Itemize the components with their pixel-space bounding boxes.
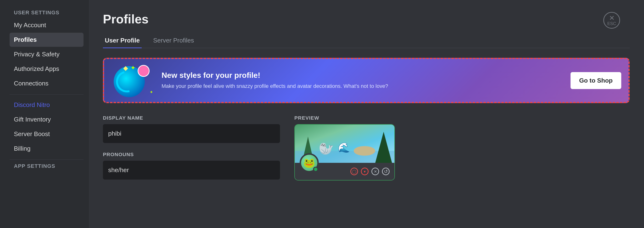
pronouns-group: PRONOUNS [103, 152, 280, 180]
profile-tabs: User Profile Server Profiles [103, 33, 630, 48]
preview-section: PREVIEW 🦭 🌊 🐸 [294, 115, 395, 181]
preview-card: 🦭 🌊 🐸 [294, 124, 395, 181]
close-x-icon: ✕ [609, 15, 614, 21]
sidebar-item-gift-inventory[interactable]: Gift Inventory [10, 113, 84, 126]
display-name-group: DISPLAY NAME [103, 115, 280, 143]
sidebar-item-authorized-apps[interactable]: Authorized Apps [10, 62, 84, 76]
banner-tree-right [375, 132, 392, 163]
promo-title: New styles for your profile! [162, 71, 563, 80]
tab-server-profiles[interactable]: Server Profiles [151, 33, 196, 48]
preview-icons-row: ◯ ▾ ✕ ↺ [350, 168, 390, 175]
preview-icon-2: ▾ [361, 168, 368, 175]
banner-character-2: 🌊 [338, 142, 350, 153]
sidebar: USER SETTINGS My Account Profiles Privac… [0, 0, 88, 228]
preview-icon-4: ↺ [382, 168, 390, 175]
avatar-status-dot [313, 167, 318, 172]
promo-description: Make your profile feel alive with snazzy… [162, 82, 563, 90]
pronouns-label: PRONOUNS [103, 152, 280, 157]
display-name-label: DISPLAY NAME [103, 115, 280, 121]
display-name-input[interactable] [103, 124, 280, 143]
preview-body: 🐸 ◯ ▾ [295, 163, 394, 180]
tab-user-profile[interactable]: User Profile [103, 33, 142, 48]
ring-icon: ◯ [352, 169, 356, 174]
sparkle-2: ✦ [150, 90, 153, 95]
main-content: Profiles User Profile Server Profiles ✦ … [88, 0, 644, 228]
app-settings-section-label: APP SETTINGS [10, 163, 84, 169]
close-esc-label: ESC [607, 21, 616, 26]
sidebar-item-privacy-safety[interactable]: Privacy & Safety [10, 47, 84, 61]
pronouns-input[interactable] [103, 161, 280, 180]
sidebar-item-server-boost[interactable]: Server Boost [10, 127, 84, 141]
preview-icon-1: ◯ [350, 168, 358, 175]
preview-avatar-wrap: 🐸 [300, 153, 319, 172]
sidebar-divider-1 [10, 94, 84, 95]
tools-icon: ✕ [374, 169, 377, 174]
preview-label: PREVIEW [294, 115, 395, 121]
user-settings-section-label: USER SETTINGS [10, 9, 84, 16]
sidebar-item-discord-nitro[interactable]: Discord Nitro [10, 98, 84, 112]
avatar-emoji: 🐸 [303, 157, 315, 169]
sidebar-item-billing[interactable]: Billing [10, 142, 84, 156]
close-button[interactable]: ✕ ESC [603, 12, 620, 29]
form-left: DISPLAY NAME PRONOUNS [103, 115, 280, 188]
page-title: Profiles [103, 12, 630, 26]
go-to-shop-button[interactable]: Go to Shop [570, 72, 621, 89]
sidebar-item-connections[interactable]: Connections [10, 76, 84, 91]
sidebar-item-my-account[interactable]: My Account [10, 18, 84, 32]
sidebar-divider-2 [10, 159, 84, 160]
sidebar-item-profiles[interactable]: Profiles [10, 33, 84, 47]
promo-text: New styles for your profile! Make your p… [162, 71, 563, 90]
preview-icon-3: ✕ [372, 168, 379, 175]
banner-character-1: 🦭 [319, 142, 334, 156]
refresh-icon: ↺ [384, 169, 388, 174]
art-character [138, 65, 150, 77]
form-preview-row: DISPLAY NAME PRONOUNS PREVIEW 🦭 [103, 115, 630, 188]
promo-banner: ✦ ✦ New styles for your profile! Make yo… [103, 58, 630, 103]
sparkle-1: ✦ [130, 64, 136, 72]
banner-island [354, 146, 375, 156]
promo-art: ✦ ✦ [111, 64, 154, 97]
chevron-down-icon: ▾ [364, 169, 366, 174]
